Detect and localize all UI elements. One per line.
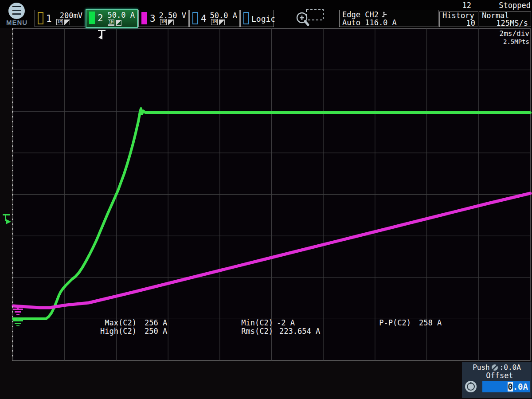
measurement-label: Rms(C2) [234, 327, 273, 336]
impedance-icon: 1M [108, 20, 114, 26]
offset-knob-icon[interactable] [465, 381, 477, 392]
run-state: Stopped [492, 1, 531, 10]
channel-4-number: 4 [201, 13, 207, 24]
history-count: 10 [442, 20, 475, 27]
trigger-settings-box[interactable]: Edge CH2 Auto 116.0 A [339, 10, 438, 27]
channel-2-scale: 50.0 A [108, 11, 135, 20]
history-record-number: 12 [443, 1, 471, 10]
channel-3-number: 3 [150, 13, 156, 24]
channel-1-scale: 200mV [60, 11, 82, 20]
logic-label: Logic [251, 14, 275, 23]
offset-value-rest: .0A [513, 382, 528, 391]
channel-3-scale: 2.50 V [159, 11, 186, 20]
time-per-div: 2ms/div [500, 29, 529, 38]
measurement-row: Min(C2) -2 A [234, 319, 320, 327]
measurement-label: Max(C2) [94, 319, 137, 327]
push-label: Push [473, 363, 490, 372]
menu-label: MENU [3, 19, 31, 26]
trigger-mode-level: Auto 116.0 A [342, 19, 435, 27]
measurement-value: -2 A [277, 319, 295, 327]
coupling-icon [168, 20, 174, 25]
measurement-label: Min(C2) [234, 319, 273, 327]
offset-value-field[interactable]: 0.0A [482, 381, 530, 392]
waveform-display [0, 0, 532, 399]
channel-4-scale: 50.0 A [210, 11, 237, 20]
channel-3-box[interactable]: 3 2.50 V 1M [138, 10, 189, 27]
offset-control-panel: Push :0.0A Offset 0.0A [462, 362, 532, 398]
channel-1-number: 1 [46, 13, 52, 24]
impedance-icon: 1M [160, 19, 167, 25]
timebase-info: 2ms/div 2.5MPts [500, 29, 529, 46]
channel-2-color-indicator [89, 12, 95, 24]
impedance-icon: 1M [211, 19, 218, 25]
channel-1-box[interactable]: 1 200mV 1M [35, 10, 85, 27]
measurement-column-1: Max(C2) 256 A High(C2) 250 A [94, 319, 167, 336]
measurement-row: Rms(C2) 223.654 A [234, 327, 320, 336]
zoom-search-icon[interactable] [290, 7, 326, 27]
logic-channel-box[interactable]: Logic [240, 10, 274, 27]
menu-button[interactable]: ☰ [8, 3, 25, 19]
measurement-value: 258 A [419, 319, 442, 327]
trigger-type-source: Edge CH2 [342, 11, 379, 19]
offset-cursor-digit: 0 [508, 382, 512, 391]
channel-4-box[interactable]: 4 50.0 A 1M [189, 10, 240, 27]
measurement-value: 256 A [145, 319, 167, 327]
hamburger-icon: ☰ [11, 4, 22, 17]
sample-rate: 125MS/s [482, 20, 528, 27]
measurement-label: P-P(C2) [375, 319, 411, 327]
channel-4-color-indicator [192, 12, 198, 24]
push-knob-hint: Push :0.0A [462, 363, 532, 372]
push-value: :0.0A [500, 363, 521, 372]
coupling-icon [64, 20, 70, 25]
measurement-value: 250 A [145, 327, 167, 336]
coupling-icon [116, 20, 121, 26]
channel-2-box[interactable]: 2 50.0 A 1M [86, 9, 138, 28]
measurement-label: High(C2) [94, 327, 137, 336]
channel-2-number: 2 [98, 13, 103, 23]
trigger-level-marker[interactable] [3, 214, 11, 224]
acquisition-box[interactable]: Normal 125MS/s [479, 12, 531, 27]
coupling-icon [219, 20, 225, 25]
offset-title: Offset [475, 371, 524, 380]
measurement-row: Max(C2) 256 A [94, 319, 167, 327]
impedance-icon: 1M [56, 19, 63, 25]
measurement-column-3: P-P(C2) 258 A [375, 319, 442, 327]
rising-edge-icon [381, 11, 388, 18]
channel-1-color-indicator [38, 12, 43, 24]
measurement-column-2: Min(C2) -2 A Rms(C2) 223.654 A [234, 319, 320, 336]
measurement-row: High(C2) 250 A [94, 327, 167, 336]
logic-color-indicator [243, 12, 249, 24]
history-box[interactable]: History 10 [439, 12, 478, 27]
record-length: 2.5MPts [500, 38, 529, 46]
measurement-value: 223.654 A [279, 327, 320, 336]
knob-push-icon [492, 364, 498, 371]
measurement-row: P-P(C2) 258 A [375, 319, 442, 327]
channel-3-color-indicator [141, 12, 147, 24]
